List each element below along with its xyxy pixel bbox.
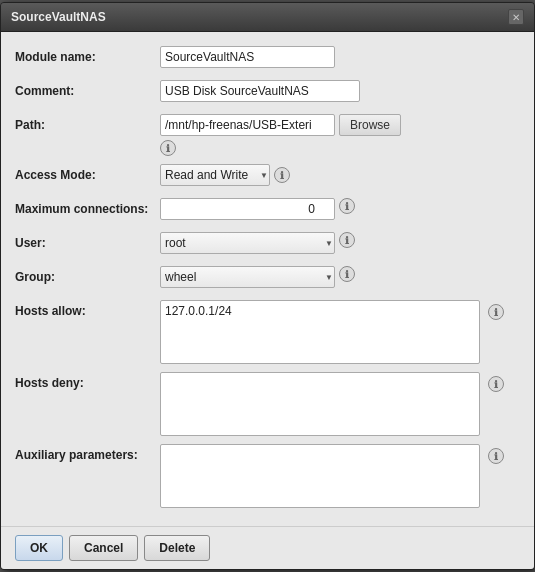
hosts-deny-textarea[interactable] (160, 372, 480, 436)
hosts-allow-label: Hosts allow: (15, 300, 160, 318)
path-label: Path: (15, 114, 160, 132)
comment-control (160, 80, 520, 102)
user-info-icon[interactable]: ℹ (339, 232, 355, 248)
group-select[interactable]: wheel nobody www (160, 266, 335, 288)
aux-params-label: Auxiliary parameters: (15, 444, 160, 462)
comment-label: Comment: (15, 80, 160, 98)
access-mode-wrap: Read and Write Read Only Write Only ▼ ℹ (160, 164, 290, 186)
aux-params-wrap: ℹ (160, 444, 504, 508)
path-info-icon[interactable]: ℹ (160, 140, 176, 156)
group-row: Group: wheel nobody www ▼ ℹ (15, 266, 520, 292)
access-mode-select-wrap: Read and Write Read Only Write Only ▼ (160, 164, 270, 186)
user-control: root nobody www ▼ ℹ (160, 232, 520, 254)
path-input[interactable] (160, 114, 335, 136)
group-control: wheel nobody www ▼ ℹ (160, 266, 520, 288)
hosts-deny-control: ℹ (160, 372, 520, 436)
group-label: Group: (15, 266, 160, 284)
max-connections-control: ℹ (160, 198, 520, 220)
close-button[interactable]: ✕ (508, 9, 524, 25)
delete-button[interactable]: Delete (144, 535, 210, 561)
access-mode-control: Read and Write Read Only Write Only ▼ ℹ (160, 164, 520, 186)
access-mode-select[interactable]: Read and Write Read Only Write Only (160, 164, 270, 186)
aux-params-textarea[interactable] (160, 444, 480, 508)
aux-params-info-icon[interactable]: ℹ (488, 448, 504, 464)
path-info-row: ℹ (160, 140, 401, 156)
ok-button[interactable]: OK (15, 535, 63, 561)
hosts-deny-row: Hosts deny: ℹ (15, 372, 520, 436)
comment-input[interactable] (160, 80, 360, 102)
hosts-deny-label: Hosts deny: (15, 372, 160, 390)
module-name-control (160, 46, 520, 68)
cancel-button[interactable]: Cancel (69, 535, 138, 561)
aux-params-control: ℹ (160, 444, 520, 508)
module-name-label: Module name: (15, 46, 160, 64)
user-select-wrap: root nobody www ▼ (160, 232, 335, 254)
hosts-deny-wrap: ℹ (160, 372, 504, 436)
module-name-row: Module name: (15, 46, 520, 72)
access-mode-label: Access Mode: (15, 164, 160, 182)
title-bar: SourceVaultNAS ✕ (1, 3, 534, 32)
hosts-allow-control: ℹ (160, 300, 520, 364)
aux-params-row: Auxiliary parameters: ℹ (15, 444, 520, 508)
path-wrap: Browse ℹ (160, 114, 401, 156)
group-info-icon[interactable]: ℹ (339, 266, 355, 282)
user-row: User: root nobody www ▼ ℹ (15, 232, 520, 258)
module-name-input[interactable] (160, 46, 335, 68)
dialog-body: Module name: Comment: Path: Browse (1, 32, 534, 526)
dialog-sourcevaultnas: SourceVaultNAS ✕ Module name: Comment: P… (0, 2, 535, 570)
path-control: Browse ℹ (160, 114, 520, 156)
user-select[interactable]: root nobody www (160, 232, 335, 254)
max-connections-row: Maximum connections: ℹ (15, 198, 520, 224)
close-icon: ✕ (512, 12, 520, 23)
path-input-row: Browse (160, 114, 401, 136)
hosts-allow-wrap: ℹ (160, 300, 504, 364)
max-connections-info-icon[interactable]: ℹ (339, 198, 355, 214)
max-connections-input[interactable] (160, 198, 335, 220)
path-row: Path: Browse ℹ (15, 114, 520, 156)
access-mode-row: Access Mode: Read and Write Read Only Wr… (15, 164, 520, 190)
max-connections-label: Maximum connections: (15, 198, 160, 216)
comment-row: Comment: (15, 80, 520, 106)
user-label: User: (15, 232, 160, 250)
hosts-allow-textarea[interactable] (160, 300, 480, 364)
browse-button[interactable]: Browse (339, 114, 401, 136)
hosts-allow-row: Hosts allow: ℹ (15, 300, 520, 364)
hosts-deny-info-icon[interactable]: ℹ (488, 376, 504, 392)
dialog-footer: OK Cancel Delete (1, 526, 534, 569)
dialog-title: SourceVaultNAS (11, 10, 106, 24)
access-mode-info-icon[interactable]: ℹ (274, 167, 290, 183)
hosts-allow-info-icon[interactable]: ℹ (488, 304, 504, 320)
group-select-wrap: wheel nobody www ▼ (160, 266, 335, 288)
